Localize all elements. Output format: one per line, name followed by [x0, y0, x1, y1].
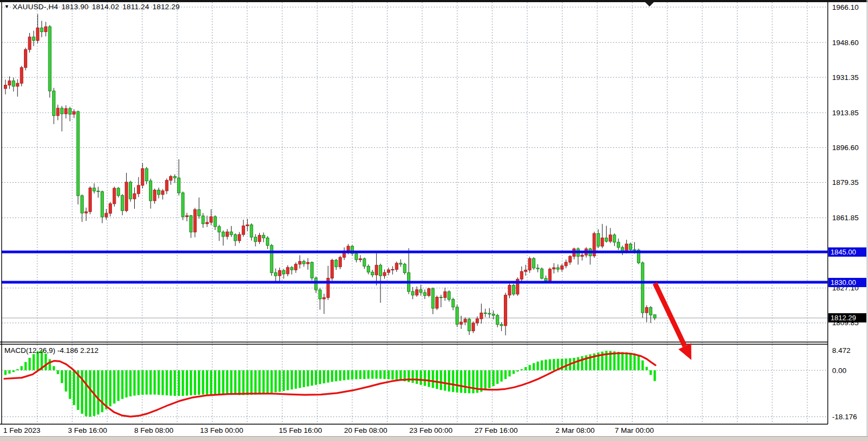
- macd-histogram-bar: [646, 367, 648, 370]
- bull-candle: [508, 285, 511, 295]
- bull-candle: [460, 322, 463, 324]
- macd-histogram-bar: [49, 359, 51, 370]
- macd-histogram-bar: [379, 370, 382, 379]
- macd-histogram-bar: [85, 370, 87, 417]
- bull-candle: [210, 217, 213, 222]
- macd-histogram-bar: [24, 362, 27, 370]
- axis-label: 15 Feb 16:00: [279, 426, 322, 434]
- bull-candle: [295, 264, 297, 270]
- ohlc-high: 1814.02: [92, 3, 119, 11]
- bull-candle: [444, 291, 446, 297]
- bear-candle: [597, 233, 600, 246]
- bear-candle: [605, 238, 608, 241]
- macd-histogram-bar: [363, 370, 365, 379]
- bear-candle: [536, 268, 539, 269]
- macd-histogram-bar: [230, 370, 232, 395]
- bull-candle: [609, 235, 612, 241]
- bear-candle: [653, 315, 656, 318]
- macd-histogram-bar: [89, 370, 91, 417]
- bull-candle: [238, 234, 241, 241]
- bear-candle: [355, 253, 358, 260]
- bear-candle: [274, 272, 277, 276]
- macd-histogram-bar: [291, 370, 293, 389]
- bull-candle: [65, 109, 67, 114]
- bear-candle: [97, 191, 99, 191]
- macd-histogram-bar: [214, 370, 216, 394]
- macd-histogram-bar: [271, 370, 273, 393]
- macd-histogram-bar: [190, 370, 192, 395]
- price-level-badge-1845: 1845.00: [828, 247, 866, 257]
- bull-candle: [133, 194, 136, 199]
- bull-candle: [528, 258, 531, 270]
- bull-candle: [569, 256, 571, 262]
- symbol-dropdown-icon[interactable]: ▼: [4, 4, 9, 9]
- macd-histogram-bar: [45, 353, 47, 370]
- macd-histogram-bar: [206, 370, 208, 395]
- bull-candle: [524, 270, 527, 272]
- macd-histogram-bar: [146, 370, 148, 395]
- bear-candle: [129, 182, 132, 199]
- bear-candle: [492, 314, 495, 315]
- bear-candle: [290, 268, 293, 270]
- macd-histogram-bar: [286, 370, 289, 390]
- axis-label: 3 Feb 16:00: [68, 426, 107, 434]
- macd-histogram-bar: [367, 370, 370, 379]
- bear-candle: [545, 278, 547, 281]
- bear-candle: [315, 278, 317, 290]
- bear-candle: [250, 225, 253, 237]
- bear-candle: [254, 237, 257, 241]
- macd-histogram-bar: [536, 362, 539, 370]
- macd-histogram-bar: [222, 370, 224, 395]
- ohlc-open: 1813.90: [61, 3, 89, 11]
- bull-candle: [165, 181, 168, 191]
- bull-candle: [85, 212, 88, 213]
- macd-histogram-bar: [456, 370, 458, 393]
- macd-histogram-bar: [266, 370, 268, 393]
- macd-histogram-bar: [251, 370, 253, 395]
- bear-candle: [60, 108, 63, 114]
- macd-histogram-bar: [524, 367, 527, 370]
- macd-histogram-bar: [351, 370, 353, 380]
- bull-candle: [8, 81, 11, 85]
- macd-histogram-bar: [315, 370, 317, 385]
- bear-candle: [149, 181, 152, 201]
- macd-histogram-bar: [529, 365, 531, 370]
- macd-histogram-bar: [101, 370, 103, 412]
- macd-histogram-bar: [194, 370, 196, 395]
- bull-candle: [73, 111, 76, 114]
- macd-histogram-bar: [57, 370, 59, 374]
- bull-candle: [298, 262, 301, 264]
- axis-label: 1 Feb 2023: [3, 426, 40, 434]
- macd-histogram-bar: [153, 370, 155, 395]
- bear-candle: [411, 291, 414, 295]
- macd-histogram-bar: [126, 370, 128, 397]
- macd-histogram-bar: [8, 370, 10, 374]
- macd-histogram-bar: [299, 370, 301, 388]
- macd-histogram-bar: [263, 370, 265, 394]
- macd-histogram-bar: [650, 370, 652, 375]
- axis-label: 8 Feb 08:00: [134, 426, 173, 434]
- macd-histogram-bar: [246, 370, 248, 395]
- macd-histogram-bar: [33, 354, 35, 370]
- bear-candle: [440, 297, 442, 297]
- bear-candle: [48, 27, 51, 91]
- bull-candle: [153, 190, 156, 201]
- bull-candle: [246, 225, 249, 226]
- bull-candle: [359, 259, 361, 260]
- bear-candle: [222, 232, 224, 237]
- chart-canvas[interactable]: 1966.101948.601931.351913.851896.601879.…: [0, 0, 868, 441]
- bear-candle: [432, 289, 434, 308]
- bear-candle: [77, 111, 79, 196]
- bear-candle: [68, 109, 71, 114]
- bear-candle: [270, 245, 273, 272]
- macd-histogram-bar: [516, 370, 519, 371]
- bull-candle: [141, 169, 144, 185]
- macd-histogram-bar: [504, 370, 507, 379]
- macd-histogram-bar: [174, 370, 176, 396]
- macd-histogram-bar: [105, 370, 107, 409]
- bear-candle: [512, 285, 515, 294]
- axis-label: 0.00: [832, 367, 846, 375]
- macd-histogram-bar: [295, 370, 297, 389]
- bull-candle: [170, 177, 172, 181]
- bull-candle: [57, 108, 59, 116]
